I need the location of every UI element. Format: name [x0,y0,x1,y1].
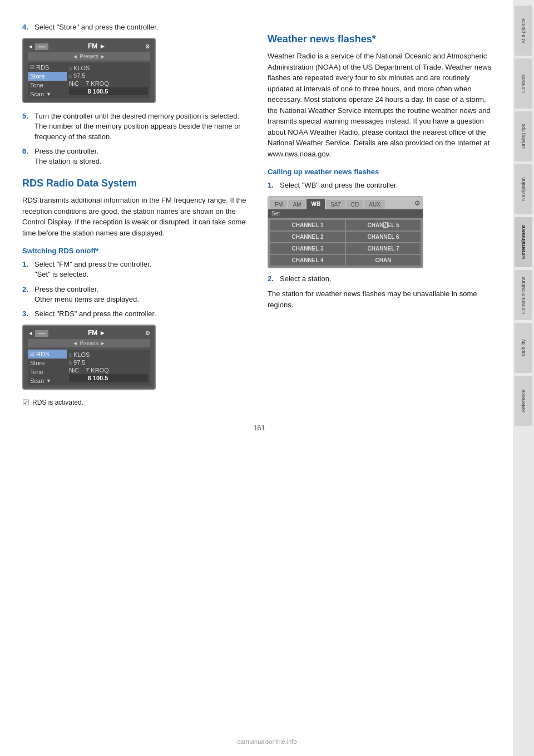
calling-title: Calling up weather news flashes [268,168,496,176]
sidebar-tab-at-a-glance[interactable]: At a glance [515,6,532,56]
tone-row-2: Tone [28,367,67,376]
switching-step-3: 3. Select "RDS" and press the controller… [22,309,251,319]
radio-top-bar-1: ◄ ▪▪▪▪ FM ► ⚙ [28,42,150,50]
presets-bar-2: ◄ Presets ► [28,339,150,347]
watermark: carmanualsonline.info [237,738,296,745]
calling-step-1-text: Select "WB" and press the controller. [280,180,398,190]
step-6-text: Press the controller. The station is sto… [34,146,102,166]
wb-channel-6[interactable]: CHANNEL 6 [346,232,421,242]
rds-note: ☑ RDS is activated. [22,398,251,407]
step-6-number: 6. [22,146,31,166]
station-kroq-2: NiC 7 KROQ [69,366,148,374]
presets-bar-1: ◄ Presets ► [28,52,150,61]
step-5: 5. Turn the controller until the desired… [22,111,251,142]
right-column: Weather news flashes* Weather Radio is a… [268,22,496,407]
sidebar-tab-controls[interactable]: Controls [515,58,532,109]
weather-body: Weather Radio is a service of the Nation… [268,51,496,159]
radio-right-2: 5 KLOS 6 97.5 NiC 7 KROQ 8 100.5 [67,350,150,385]
store-row-1: Store [28,72,67,81]
wb-channel-7[interactable]: CHANNEL 7 [346,243,421,254]
wb-channel-8[interactable]: CHAN [346,255,421,266]
station-975-2: 6 97.5 [69,359,148,366]
switching-step-2-num: 2. [22,284,31,305]
step-5-number: 5. [22,111,31,142]
sidebar-tab-reference[interactable]: Reference [515,376,532,426]
scan-row-2: Scan ▼ [28,376,67,385]
radio-display-1: ◄ ▪▪▪▪ FM ► ⚙ ◄ Presets ► ☑ RDS Store To… [22,38,156,103]
top-bar-icon-2: ⚙ [145,330,150,336]
scan-arrow-1: ▼ [46,91,51,97]
wb-channels: CHANNEL 1 CHANNEL 5 CHANNEL 2 CHANNEL 6 … [268,218,423,268]
switching-step-2-text: Press the controller. Other menu items a… [34,284,139,305]
wb-tab-sat[interactable]: SAT [326,200,345,209]
wb-tab-wb[interactable]: WB [306,199,325,209]
store-row-2: Store [28,359,67,367]
radio-top-bar-2: ◄ ▪▪▪▪ FM ► ⚙ [28,329,150,337]
rds-label-1: RDS [36,64,49,71]
step-5-text: Turn the controller until the desired me… [34,111,251,142]
rds-note-text: RDS is activated. [32,399,83,406]
scan-row-1: Scan ▼ [28,90,67,99]
rds-label-2: RDS [36,351,49,357]
top-bar-left-1: ◄ ▪▪▪▪ [28,43,48,50]
radio-right-1: 5 KLOS 6 97.5 NiC 7 KROQ 8 100.5 [67,63,150,99]
rds-row-1: ☑ RDS [28,63,67,72]
wb-set-bar: Set [268,209,423,218]
step-4-number: 4. [22,22,31,32]
station-kroq-1: NiC 7 KROQ [69,80,148,87]
wb-tab-aux[interactable]: AUX [364,200,385,209]
menu-items-2: ☑ RDS Store Tone Scan ▼ [28,350,67,385]
wb-tabs: FM AM WB SAT CD AUX ⚙ [268,197,423,209]
note-text: The station for weather news flashes may… [268,288,496,310]
calling-step-2: 2. Select a station. [268,274,496,284]
top-bar-left-2: ◄ ▪▪▪▪ [28,330,48,336]
wb-channel-1[interactable]: CHANNEL 1 [270,220,345,230]
tone-row-1: Tone [28,81,67,90]
sidebar: At a glance Controls Driving tips Naviga… [513,0,534,756]
station-1005-1: 8 100.5 [69,87,148,95]
wb-tab-am[interactable]: AM [288,200,305,209]
calling-step-1-num: 1. [268,180,276,190]
rds-checkmark: ☑ [22,398,29,407]
switching-step-1-num: 1. [22,259,31,279]
rds-icon-2: ☑ [30,351,34,357]
calling-step-2-num: 2. [268,274,276,284]
wb-channel-3[interactable]: CHANNEL 3 [270,243,345,254]
main-content: 4. Select "Store" and press the controll… [0,0,513,756]
station-klos-2: 5 KLOS [69,351,148,359]
calling-step-2-text: Select a station. [280,274,332,284]
radio-body-1: ☑ RDS Store Tone Scan ▼ 5 KLOS [28,63,150,99]
weather-title: Weather news flashes* [268,33,496,45]
sidebar-tab-entertainment[interactable]: Entertainment [515,217,532,267]
page-number: 161 [22,424,496,443]
sidebar-tab-driving-tips[interactable]: Driving tips [515,111,532,161]
step-4-text: Select "Store" and press the controller. [34,22,158,32]
sidebar-tab-navigation[interactable]: Navigation [515,164,532,214]
wb-channel-4[interactable]: CHANNEL 4 [270,255,345,266]
rds-row-2: ☑ RDS [28,350,67,359]
switching-step-3-num: 3. [22,309,31,319]
wb-channel-2[interactable]: CHANNEL 2 [270,232,345,242]
wb-channel-5[interactable]: CHANNEL 5 [346,220,421,230]
step-6: 6. Press the controller. The station is … [22,146,251,166]
left-column: 4. Select "Store" and press the controll… [22,22,251,407]
switching-rds-title: Switching RDS on/off* [22,247,251,255]
rds-body-text: RDS transmits additional information in … [22,195,251,238]
wb-settings-icon: ⚙ [414,199,421,209]
radio-display-2: ◄ ▪▪▪▪ FM ► ⚙ ◄ Presets ► ☑ RDS Store To… [22,325,156,390]
scan-arrow-2: ▼ [46,378,51,384]
station-klos-1: 5 KLOS [69,64,148,72]
wb-tab-cd[interactable]: CD [347,200,363,209]
fm-label-2: FM ► [88,329,106,337]
menu-items-1: ☑ RDS Store Tone Scan ▼ [28,63,67,99]
sidebar-tab-communications[interactable]: Communications [515,270,532,320]
fm-label-1: FM ► [88,42,106,50]
radio-body-2: ☑ RDS Store Tone Scan ▼ 5 KLOS [28,350,150,385]
sidebar-tab-mobility[interactable]: Mobility [515,323,532,373]
step-4: 4. Select "Store" and press the controll… [22,22,251,32]
wb-tab-fm[interactable]: FM [270,200,287,209]
station-975-1: 6 97.5 [69,72,148,80]
switching-step-1: 1. Select "FM" and press the controller.… [22,259,251,279]
wb-display: FM AM WB SAT CD AUX ⚙ Set CHANNEL 1 CHAN… [268,196,423,268]
top-bar-icon-1: ⚙ [145,43,150,50]
